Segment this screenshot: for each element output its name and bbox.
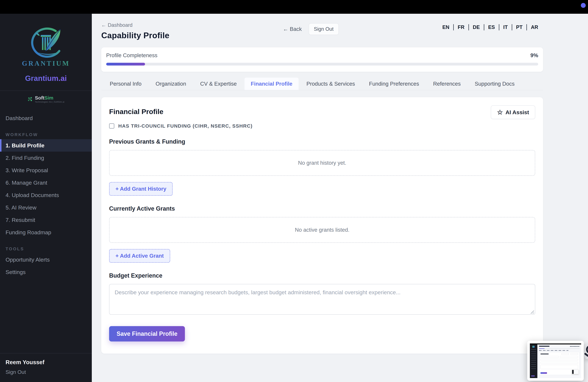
sidebar-item-upload-documents[interactable]: 4. Upload Documents (0, 189, 92, 201)
recording-indicator-dot (581, 3, 586, 8)
preview-language-line (570, 346, 580, 347)
save-financial-profile-button[interactable]: Save Financial Profile (109, 326, 185, 341)
back-button[interactable]: ← Back (283, 26, 302, 32)
logo-wordmark: GRANTIUM (0, 60, 92, 67)
partner-tagline: Technologies Inc | SoftSim.ai (35, 101, 64, 103)
sidebar-item-settings[interactable]: Settings (0, 266, 92, 278)
page-header: ← Dashboard Capability Profile ← Back Si… (101, 14, 543, 40)
tab-financial-profile[interactable]: Financial Profile (245, 78, 299, 90)
tab-supporting-docs[interactable]: Supporting Docs (468, 78, 521, 90)
preview-chip (570, 353, 578, 355)
preview-form-panel (539, 352, 580, 375)
sidebar-user-block: Reem Youssef Sign Out (0, 353, 92, 382)
main-area: ← Dashboard Capability Profile ← Back Si… (92, 14, 588, 382)
active-grants-empty-text: No active grants listed. (295, 227, 350, 233)
lang-pt[interactable]: PT (512, 24, 526, 30)
progress-track (106, 63, 538, 65)
back-arrow-icon: ← (101, 22, 106, 28)
magnifier-icon (586, 345, 588, 354)
sidebar-item-write-proposal[interactable]: 3. Write Proposal (0, 164, 92, 176)
tab-cv-expertise[interactable]: CV & Expertise (194, 78, 243, 90)
sidebar-item-manage-grant[interactable]: 6. Manage Grant (0, 176, 92, 189)
profile-tabs: Personal Info Organization CV & Expertis… (101, 78, 543, 90)
magnifier-handle (584, 353, 588, 357)
preview-input (541, 359, 578, 361)
lang-it[interactable]: IT (499, 24, 512, 30)
lang-de[interactable]: DE (469, 24, 484, 30)
lang-fr[interactable]: FR (454, 24, 468, 30)
preview-content (537, 344, 581, 378)
previous-grants-empty-box: No grant history yet. (109, 150, 535, 176)
lang-en[interactable]: EN (438, 24, 453, 30)
brand-block: GRANTIUM Grantium.ai SoftSim Technologie… (0, 14, 92, 105)
preview-chip (561, 353, 569, 355)
panel-heading: Financial Profile (109, 108, 535, 116)
preview-progress-line (539, 348, 580, 349)
add-active-grant-button[interactable]: + Add Active Grant (109, 249, 170, 263)
edge-zoom-flyout[interactable] (584, 344, 588, 359)
sidebar-item-resubmit[interactable]: 7. Resubmit (0, 214, 92, 226)
active-grants-heading: Currently Active Grants (109, 205, 535, 212)
budget-experience-input[interactable] (109, 284, 535, 315)
previous-grants-empty-text: No grant history yet. (298, 160, 346, 166)
back-arrow-icon: ← (283, 26, 288, 32)
sidebar-item-dashboard[interactable]: Dashboard (0, 112, 92, 124)
preview-form-heading (541, 354, 549, 354)
sidebar-section-workflow: WORKFLOW (0, 132, 92, 137)
preview-input (560, 356, 578, 358)
preview-textarea (541, 365, 578, 369)
tab-organization[interactable]: Organization (149, 78, 192, 90)
star-icon: ☆ (497, 109, 503, 116)
sign-out-button[interactable]: Sign Out (309, 23, 339, 35)
preview-input (541, 356, 559, 358)
lang-ar[interactable]: AR (527, 24, 542, 30)
top-os-bar (0, 0, 588, 14)
ai-assist-button[interactable]: ☆ AI Assist (491, 106, 535, 119)
sidebar-item-build-profile[interactable]: 1. Build Profile (0, 139, 92, 152)
progress-label: Profile Completeness (106, 52, 157, 59)
sidebar-item-ai-review[interactable]: 5. AI Review (0, 201, 92, 214)
sidebar-item-find-funding[interactable]: 2. Find Funding (0, 152, 92, 164)
sidebar-item-opportunity-alerts[interactable]: Opportunity Alerts (0, 254, 92, 266)
preview-sidebar (530, 344, 537, 378)
tab-products-services[interactable]: Products & Services (300, 78, 361, 90)
preview-logo (532, 346, 535, 348)
sidebar-item-funding-roadmap[interactable]: Funding Roadmap (0, 226, 92, 238)
tab-references[interactable]: References (427, 78, 467, 90)
preview-tabs-line (539, 350, 568, 351)
partner-name: SoftSim (35, 95, 53, 101)
user-name: Reem Youssef (5, 359, 86, 365)
previous-grants-heading: Previous Grants & Funding (109, 138, 535, 145)
profile-completeness-card: Profile Completeness 9% (101, 47, 543, 72)
partner-logo: SoftSim Technologies Inc | SoftSim.ai (0, 91, 92, 105)
progress-value: 9% (530, 52, 538, 59)
preview-nested-thumbnail (572, 370, 579, 374)
financial-profile-panel: Financial Profile ☆ AI Assist HAS TRI-CO… (101, 97, 543, 354)
preview-title-line (539, 346, 549, 347)
screen-preview-miniature (530, 343, 581, 378)
app-name: Grantium.ai (0, 74, 92, 83)
tab-personal-info[interactable]: Personal Info (104, 78, 148, 90)
resize-grip-icon[interactable] (530, 309, 534, 314)
softsim-icon (27, 96, 33, 102)
language-selector: EN FR DE ES IT PT AR (438, 24, 542, 30)
grantium-logo (21, 26, 70, 59)
sidebar-section-tools: TOOLS (0, 246, 92, 252)
add-grant-history-button[interactable]: + Add Grant History (109, 182, 173, 196)
lang-es[interactable]: ES (484, 24, 499, 30)
tri-council-row: HAS TRI-COUNCIL FUNDING (CIHR, NSERC, SS… (109, 123, 535, 129)
tri-council-checkbox[interactable] (109, 123, 114, 128)
sidebar-sign-out-link[interactable]: Sign Out (5, 369, 86, 375)
preview-input (541, 362, 578, 364)
screen-share-preview[interactable] (527, 341, 584, 381)
preview-nav-lines (531, 349, 536, 369)
preview-sidebar-button (531, 376, 535, 377)
preview-save-button (541, 372, 547, 374)
active-grants-empty-box: No active grants listed. (109, 217, 535, 243)
tri-council-label: HAS TRI-COUNCIL FUNDING (CIHR, NSERC, SS… (118, 123, 252, 129)
sidebar-nav: Dashboard WORKFLOW 1. Build Profile 2. F… (0, 112, 92, 278)
sidebar: GRANTIUM Grantium.ai SoftSim Technologie… (0, 14, 92, 382)
tab-funding-preferences[interactable]: Funding Preferences (363, 78, 425, 90)
progress-fill (106, 63, 145, 65)
budget-experience-heading: Budget Experience (109, 272, 535, 279)
